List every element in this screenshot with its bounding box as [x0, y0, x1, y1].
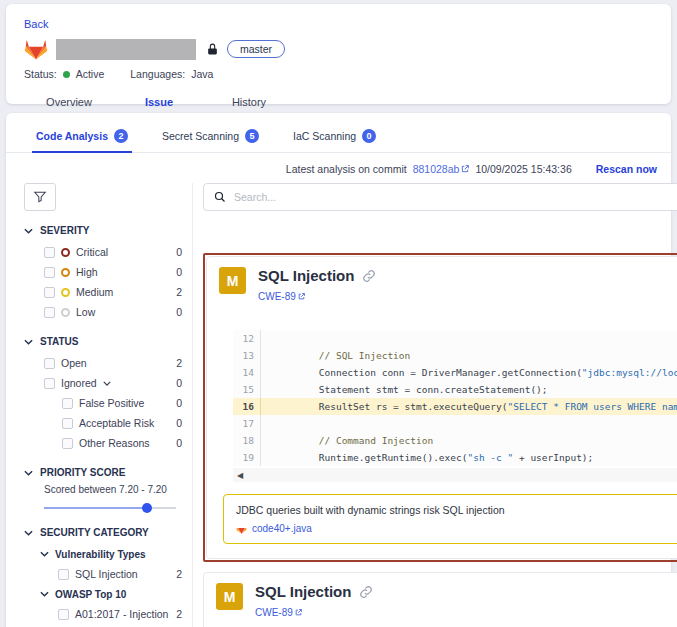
security-category-header[interactable]: SECURITY CATEGORY [24, 527, 184, 538]
group-owasp-top-10[interactable]: OWASP Top 10 [40, 584, 184, 604]
code-snippet: 1213 // SQL Injection14 Connection conn … [233, 330, 677, 466]
external-link-icon [461, 165, 469, 173]
rescan-now-button[interactable]: Rescan now [596, 163, 657, 175]
filter-row-sql-injection[interactable]: SQL Injection 2 [58, 564, 184, 584]
languages-label: Languages: [130, 68, 185, 80]
copy-link-icon[interactable] [359, 585, 373, 599]
project-name-redacted [56, 39, 196, 60]
filter-row-open[interactable]: Open 2 [44, 353, 184, 373]
other-reasons-checkbox[interactable] [62, 438, 73, 449]
acceptable-risk-checkbox[interactable] [62, 418, 73, 429]
gitlab-fox-icon [236, 524, 247, 534]
commit-link[interactable]: 881028ab [413, 163, 470, 175]
annotation-highlight-box: M SQL Injection CWE-89 [203, 253, 677, 562]
status-filter-section: STATUS Open 2 Ignored 0 [24, 336, 184, 453]
filter-row-a01-2017[interactable]: A01:2017 - Injection 2 [58, 604, 184, 624]
high-checkbox[interactable] [44, 267, 55, 278]
external-link-icon [295, 609, 302, 616]
low-severity-icon [61, 308, 70, 317]
filter-row-medium[interactable]: Medium 2 [44, 282, 184, 302]
search-input[interactable] [234, 191, 677, 203]
a01-2017-checkbox[interactable] [58, 609, 69, 620]
cwe-link[interactable]: CWE-89 [258, 291, 305, 302]
secret-scanning-count-badge: 5 [245, 129, 259, 143]
iac-scanning-count-badge: 0 [362, 129, 376, 143]
latest-analysis-row: Latest analysis on commit 881028ab 10/09… [6, 153, 671, 183]
priority-score-section: PRIORITY SCORE Scored between 7.20 - 7.2… [24, 467, 184, 513]
filter-row-low[interactable]: Low 0 [44, 302, 184, 322]
critical-severity-icon [61, 248, 70, 257]
scroll-left-icon[interactable]: ◀ [237, 471, 243, 480]
tab-secret-scanning[interactable]: Secret Scanning 5 [162, 129, 259, 152]
analysis-timestamp: 10/09/2025 15:43:36 [475, 163, 571, 175]
low-checkbox[interactable] [44, 307, 55, 318]
chevron-down-icon [40, 551, 49, 557]
ignored-checkbox[interactable] [44, 378, 55, 389]
funnel-icon [33, 190, 47, 204]
vulnerability-title: SQL Injection [255, 583, 351, 600]
chevron-down-icon [24, 530, 33, 536]
chevron-down-icon [24, 470, 33, 476]
critical-checkbox[interactable] [44, 247, 55, 258]
severity-filter-section: SEVERITY Critical 0 High 0 [24, 225, 184, 322]
tab-code-analysis[interactable]: Code Analysis 2 [36, 129, 128, 152]
issues-content: Sort by Severity ▾ M [192, 183, 677, 627]
open-checkbox[interactable] [44, 358, 55, 369]
file-link[interactable]: code40+.java [236, 523, 677, 534]
chevron-down-icon[interactable] [103, 381, 111, 386]
gitlab-logo-icon [24, 38, 48, 60]
copy-link-icon[interactable] [362, 269, 376, 283]
filter-button[interactable] [24, 183, 56, 211]
search-icon [214, 191, 226, 203]
chevron-down-icon [40, 591, 49, 597]
false-positive-checkbox[interactable] [62, 398, 73, 409]
slider-handle[interactable] [142, 503, 152, 513]
tab-iac-scanning[interactable]: IaC Scanning 0 [293, 129, 376, 152]
filters-sidebar: SEVERITY Critical 0 High 0 [24, 183, 192, 627]
issues-panel: Code Analysis 2 Secret Scanning 5 IaC Sc… [6, 113, 671, 627]
group-vulnerability-types[interactable]: Vulnerability Types [40, 544, 184, 564]
external-link-icon [298, 293, 305, 300]
filter-row-acceptable-risk[interactable]: Acceptable Risk 0 [62, 413, 184, 433]
priority-score-header[interactable]: PRIORITY SCORE [24, 467, 184, 478]
search-box[interactable] [203, 183, 677, 211]
code-analysis-count-badge: 2 [114, 129, 128, 143]
code-horizontal-scrollbar[interactable]: ◀ ▶ [233, 468, 677, 482]
latest-analysis-label: Latest analysis on commit [286, 163, 407, 175]
vulnerability-title: SQL Injection [258, 267, 354, 284]
cwe-link[interactable]: CWE-89 [255, 607, 302, 618]
languages-value: Java [191, 68, 213, 80]
finding-note: JDBC queries built with dynamic strings … [223, 494, 677, 544]
filter-row-false-positive[interactable]: False Positive 0 [62, 393, 184, 413]
medium-checkbox[interactable] [44, 287, 55, 298]
note-text: JDBC queries built with dynamic strings … [236, 504, 677, 516]
medium-severity-badge: M [219, 267, 246, 294]
branch-selector[interactable]: master [227, 40, 285, 58]
lock-icon [206, 42, 219, 56]
security-category-section: SECURITY CATEGORY Vulnerability Types SQ… [24, 527, 184, 627]
active-status-dot [63, 71, 70, 78]
filter-row-other-reasons[interactable]: Other Reasons 0 [62, 433, 184, 453]
vulnerability-card[interactable]: M SQL Injection CWE-89 [206, 256, 677, 559]
back-link[interactable]: Back [24, 18, 48, 30]
score-range-text: Scored between 7.20 - 7.20 [44, 484, 184, 495]
project-header: Back master Status: Active Languages: Ja… [6, 4, 671, 104]
sql-injection-checkbox[interactable] [58, 569, 69, 580]
high-severity-icon [61, 268, 70, 277]
filter-row-critical[interactable]: Critical 0 [44, 242, 184, 262]
status-value: Active [76, 68, 105, 80]
status-section-header[interactable]: STATUS [24, 336, 184, 347]
medium-severity-badge: M [216, 583, 243, 610]
status-label: Status: [24, 68, 57, 80]
medium-severity-icon [61, 288, 70, 297]
filter-row-high[interactable]: High 0 [44, 262, 184, 282]
chevron-down-icon [24, 228, 33, 234]
priority-score-slider[interactable] [44, 503, 176, 513]
scan-tabs: Code Analysis 2 Secret Scanning 5 IaC Sc… [6, 121, 671, 153]
vulnerability-card[interactable]: M SQL Injection CWE-89 Open [203, 572, 677, 627]
filter-row-ignored[interactable]: Ignored 0 [44, 373, 184, 393]
severity-section-header[interactable]: SEVERITY [24, 225, 184, 236]
chevron-down-icon [24, 339, 33, 345]
